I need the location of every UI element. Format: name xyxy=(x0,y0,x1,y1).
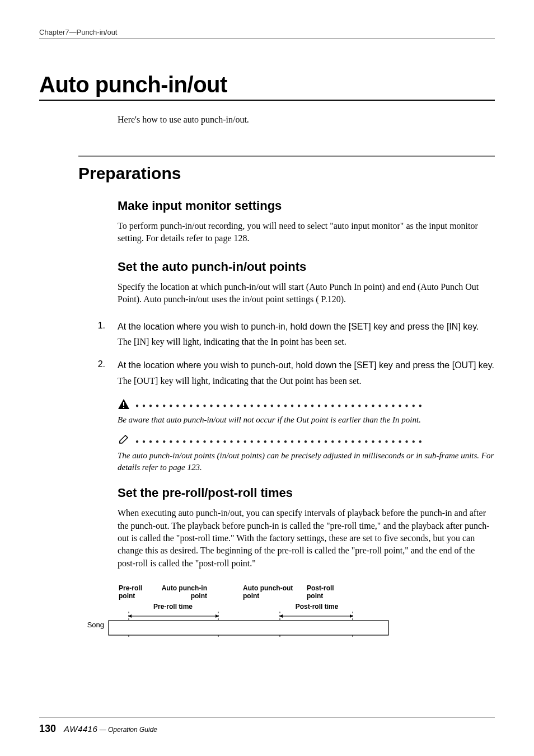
footer-model: AW4416 xyxy=(64,724,97,734)
section-preparations: Preparations xyxy=(78,156,495,183)
tip-text: The auto punch-in/out points (in/out poi… xyxy=(118,450,495,473)
timing-diagram: Pre-roll point Auto punch-in point Auto … xyxy=(84,584,495,638)
step-1: 1. At the location where you wish to pun… xyxy=(39,321,495,333)
page-title: Auto punch-in/out xyxy=(39,72,495,101)
label-postroll-point: Post-roll point xyxy=(303,584,348,600)
warning-note: ●●●●●●●●●●●●●●●●●●●●●●●●●●●●●●●●●●●●●●●●… xyxy=(118,398,495,426)
step-1-title: At the location where you wish to punch-… xyxy=(118,321,495,333)
footer-rule xyxy=(39,717,495,718)
step-2: 2. At the location where you wish to pun… xyxy=(39,359,495,372)
label-preroll-point: Pre-roll point xyxy=(119,584,153,600)
label-postroll-time: Post-roll time xyxy=(281,603,353,611)
dot-leader: ●●●●●●●●●●●●●●●●●●●●●●●●●●●●●●●●●●●●●●●●… xyxy=(135,438,425,444)
tip-note: ●●●●●●●●●●●●●●●●●●●●●●●●●●●●●●●●●●●●●●●●… xyxy=(118,434,495,473)
step-2-title: At the location where you wish to punch-… xyxy=(118,359,495,372)
heading-preroll: Set the pre-roll/post-roll times xyxy=(118,486,495,500)
warning-text: Be aware that auto punch-in/out will not… xyxy=(118,414,495,426)
timing-bar-svg xyxy=(106,612,397,638)
svg-marker-3 xyxy=(120,435,128,443)
svg-rect-2 xyxy=(123,407,124,408)
pencil-icon xyxy=(118,434,130,448)
text-preroll: When executing auto punch-in/out, you ca… xyxy=(118,507,495,570)
label-punchin-point: Auto punch-in point xyxy=(153,584,221,600)
intro-paragraph: Here's how to use auto punch-in/out. xyxy=(118,115,495,125)
text-input-monitor: To perform punch-in/out recording, you w… xyxy=(118,220,495,245)
step-2-number: 2. xyxy=(39,359,118,372)
label-song: Song xyxy=(84,621,106,629)
step-1-body: The [IN] key will light, indicating that… xyxy=(118,336,495,348)
svg-rect-11 xyxy=(109,621,388,635)
warning-icon xyxy=(118,398,130,412)
heading-input-monitor: Make input monitor settings xyxy=(118,199,495,213)
footer-guide: — Operation Guide xyxy=(97,726,157,734)
chapter-header: Chapter7—Punch-in/out xyxy=(39,28,495,39)
label-punchout-point: Auto punch-out point xyxy=(221,584,303,600)
text-auto-points: Specify the location at which punch-in/o… xyxy=(118,281,495,306)
svg-rect-1 xyxy=(123,402,124,406)
footer: 130 AW4416 — Operation Guide xyxy=(39,723,157,735)
step-2-body: The [OUT] key will light, indicating tha… xyxy=(118,375,495,387)
dot-leader: ●●●●●●●●●●●●●●●●●●●●●●●●●●●●●●●●●●●●●●●●… xyxy=(135,402,425,408)
step-1-number: 1. xyxy=(39,321,118,333)
label-preroll-time: Pre-roll time xyxy=(127,603,219,611)
page-number: 130 xyxy=(39,723,56,735)
heading-auto-points: Set the auto punch-in/out points xyxy=(118,260,495,274)
